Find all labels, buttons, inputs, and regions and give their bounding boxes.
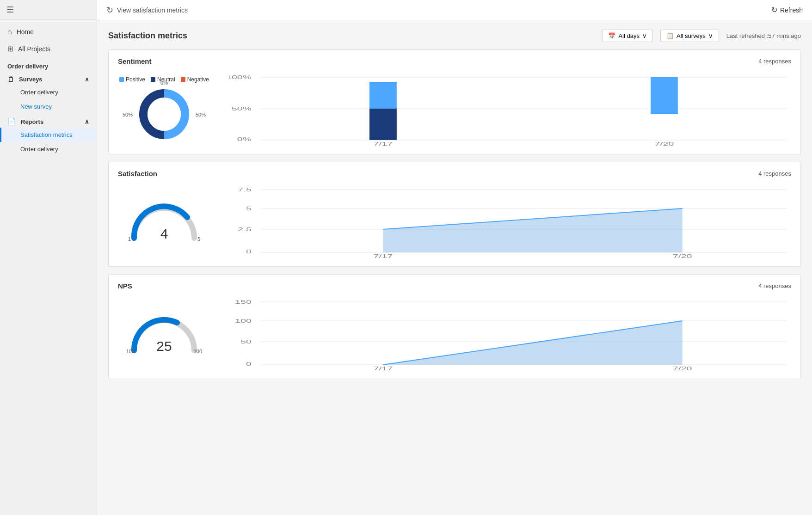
- nps-card-header: NPS 4 responses: [118, 282, 791, 290]
- reports-section[interactable]: 📄 Reports ∧: [0, 114, 97, 128]
- order-delivery-section: Order delivery: [0, 57, 97, 72]
- satisfaction-card: Satisfaction 4 responses 4 1: [108, 162, 801, 267]
- satisfaction-gauge-container: 4 1 5: [118, 201, 210, 243]
- satisfaction-gauge-wrap: 4 1 5: [127, 201, 201, 243]
- svg-text:7.5: 7.5: [238, 187, 252, 192]
- order-delivery-survey-label: Order delivery: [20, 89, 58, 96]
- reports-label: Reports: [21, 118, 43, 125]
- page-title: Satisfaction metrics: [108, 31, 187, 41]
- sidebar-item-order-delivery-report[interactable]: Order delivery: [0, 142, 97, 156]
- svg-text:100: 100: [235, 318, 252, 324]
- satisfaction-card-header: Satisfaction 4 responses: [118, 170, 791, 178]
- page-filters: 📅 All days ∨ 📋 All surveys ∨ Last refres…: [602, 30, 801, 42]
- nps-gauge-max: 100: [194, 349, 202, 354]
- filter-surveys-label: All surveys: [677, 32, 706, 39]
- home-icon: ⌂: [7, 28, 12, 36]
- surveys-chevron-icon: ∧: [85, 76, 89, 83]
- nps-card: NPS 4 responses 25 -100 100: [108, 274, 801, 379]
- sentiment-card-responses: 4 responses: [758, 58, 791, 65]
- satisfaction-gauge-min: 1: [128, 236, 131, 242]
- satisfaction-gauge-value: 4: [160, 226, 168, 242]
- sentiment-donut-container: Positive Neutral Negative 0% 50: [118, 76, 210, 143]
- svg-text:5: 5: [246, 206, 252, 211]
- svg-text:7/17: 7/17: [373, 141, 393, 147]
- sentiment-card-title: Sentiment: [118, 57, 152, 65]
- svg-text:7/17: 7/17: [373, 253, 393, 259]
- sidebar: ☰ ⌂ Home ⊞ All Projects Order delivery 🗒…: [0, 0, 97, 515]
- svg-text:7/20: 7/20: [673, 253, 692, 259]
- svg-text:7/20: 7/20: [654, 141, 674, 147]
- sidebar-nav: ⌂ Home ⊞ All Projects Order delivery 🗒 S…: [0, 20, 97, 160]
- refresh-label: Refresh: [780, 6, 803, 14]
- hamburger-icon[interactable]: ☰: [6, 5, 14, 15]
- svg-rect-12: [651, 77, 678, 114]
- nps-gauge-wrap: 25 -100 100: [127, 313, 201, 355]
- svg-point-3: [148, 98, 181, 131]
- donut-label-top: 0%: [160, 80, 168, 86]
- negative-label: Negative: [187, 76, 209, 83]
- svg-text:7/17: 7/17: [373, 366, 393, 371]
- satisfaction-metrics-label: Satisfaction metrics: [20, 131, 73, 138]
- donut-wrap: 0% 50% 50%: [136, 86, 192, 143]
- last-refreshed: Last refreshed :57 mins ago: [726, 32, 801, 39]
- topbar-left: ↻ View satisfaction metrics: [106, 5, 188, 15]
- surveys-filter-icon: 📋: [666, 32, 674, 39]
- satisfaction-card-title: Satisfaction: [118, 170, 157, 178]
- sidebar-item-home[interactable]: ⌂ Home: [0, 24, 97, 40]
- breadcrumb-label: View satisfaction metrics: [117, 6, 188, 14]
- svg-text:0%: 0%: [237, 136, 252, 142]
- sidebar-all-projects-label: All Projects: [18, 45, 50, 53]
- nps-gauge-value: 25: [156, 338, 172, 354]
- filter-surveys-chevron: ∨: [708, 32, 713, 39]
- satisfaction-area-chart: 7.5 5 2.5 0 7/17: [229, 185, 791, 259]
- surveys-icon: 🗒: [7, 75, 14, 83]
- page-header: Satisfaction metrics 📅 All days ∨ 📋 All …: [108, 30, 801, 42]
- nps-area-chart: 150 100 50 0 7/17: [229, 297, 791, 371]
- positive-dot: [119, 77, 124, 82]
- filter-surveys-button[interactable]: 📋 All surveys ∨: [660, 30, 719, 42]
- refresh-icon: ↻: [771, 6, 777, 14]
- nps-card-responses: 4 responses: [758, 282, 791, 289]
- filter-days-button[interactable]: 📅 All days ∨: [602, 30, 653, 42]
- positive-label: Positive: [126, 76, 145, 83]
- refresh-button[interactable]: ↻ Refresh: [771, 6, 803, 14]
- svg-text:7/20: 7/20: [673, 366, 692, 371]
- svg-text:0: 0: [246, 361, 252, 367]
- sidebar-item-all-projects[interactable]: ⊞ All Projects: [0, 40, 97, 57]
- sentiment-card-body: Positive Neutral Negative 0% 50: [118, 73, 791, 147]
- sidebar-home-label: Home: [17, 28, 34, 36]
- legend-negative: Negative: [181, 76, 209, 83]
- grid-icon: ⊞: [7, 44, 13, 53]
- content-area: Satisfaction metrics 📅 All days ∨ 📋 All …: [97, 20, 812, 515]
- donut-chart-svg: [136, 86, 192, 142]
- nps-area-svg: 150 100 50 0 7/17: [229, 297, 791, 371]
- svg-text:50: 50: [240, 339, 252, 344]
- order-delivery-report-label: Order delivery: [20, 146, 58, 153]
- new-survey-label: New survey: [20, 103, 52, 110]
- reports-chevron-icon: ∧: [85, 118, 89, 125]
- sidebar-item-new-survey[interactable]: New survey: [0, 99, 97, 114]
- legend-positive: Positive: [119, 76, 145, 83]
- satisfaction-card-body: 4 1 5 7.5 5 2.5 0: [118, 185, 791, 259]
- satisfaction-card-responses: 4 responses: [758, 170, 791, 177]
- sidebar-item-satisfaction-metrics[interactable]: Satisfaction metrics: [0, 128, 97, 142]
- svg-text:150: 150: [235, 299, 252, 305]
- sidebar-top: ☰: [0, 0, 97, 20]
- reports-icon: 📄: [7, 117, 16, 126]
- svg-text:0: 0: [246, 249, 252, 254]
- svg-rect-10: [369, 109, 397, 140]
- breadcrumb-icon: ↻: [106, 5, 113, 15]
- sidebar-item-order-delivery-survey[interactable]: Order delivery: [0, 85, 97, 99]
- calendar-icon: 📅: [608, 32, 615, 39]
- surveys-section[interactable]: 🗒 Surveys ∧: [0, 72, 97, 85]
- sentiment-bar-svg: 100% 50% 0%: [229, 73, 791, 147]
- donut-label-right: 50%: [196, 112, 206, 117]
- surveys-label: Surveys: [19, 76, 43, 83]
- svg-text:50%: 50%: [232, 106, 252, 111]
- sentiment-card: Sentiment 4 responses Positive Neutral: [108, 49, 801, 154]
- satisfaction-gauge-max: 5: [197, 236, 200, 242]
- topbar: ↻ View satisfaction metrics ↻ Refresh: [97, 0, 812, 20]
- nps-card-title: NPS: [118, 282, 132, 290]
- negative-dot: [181, 77, 185, 82]
- nps-gauge-min: -100: [124, 349, 135, 354]
